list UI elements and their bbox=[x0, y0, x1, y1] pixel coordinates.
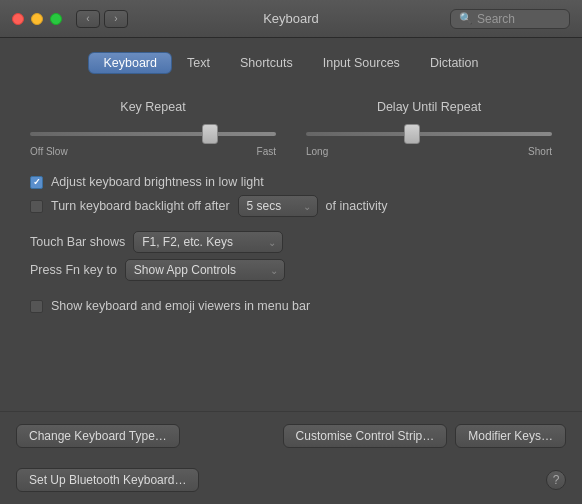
touch-bar-value: F1, F2, etc. Keys bbox=[142, 235, 264, 249]
nav-buttons: ‹ › bbox=[76, 10, 128, 28]
key-repeat-section: Key Repeat Off Slow Fast bbox=[30, 100, 276, 157]
touch-bar-dropdown[interactable]: F1, F2, etc. Keys ⌄ bbox=[133, 231, 283, 253]
delay-repeat-label: Delay Until Repeat bbox=[377, 100, 481, 114]
change-keyboard-button[interactable]: Change Keyboard Type… bbox=[16, 424, 180, 448]
tabs-container: Keyboard Text Shortcuts Input Sources Di… bbox=[0, 38, 582, 84]
key-repeat-track bbox=[30, 132, 276, 136]
tab-shortcuts[interactable]: Shortcuts bbox=[225, 52, 308, 74]
backlight-checkbox[interactable] bbox=[30, 200, 43, 213]
search-placeholder: Search bbox=[477, 12, 515, 26]
delay-short-label: Short bbox=[528, 146, 552, 157]
key-repeat-labels: Off Slow Fast bbox=[30, 146, 276, 157]
backlight-suffix: of inactivity bbox=[326, 199, 388, 213]
tab-text[interactable]: Text bbox=[172, 52, 225, 74]
help-button[interactable]: ? bbox=[546, 470, 566, 490]
title-bar: ‹ › Keyboard 🔍 Search bbox=[0, 0, 582, 38]
key-repeat-label: Key Repeat bbox=[120, 100, 185, 114]
delay-long-label: Long bbox=[306, 146, 328, 157]
main-content: Keyboard Text Shortcuts Input Sources Di… bbox=[0, 38, 582, 504]
key-repeat-thumb[interactable] bbox=[202, 124, 218, 144]
emoji-row: Show keyboard and emoji viewers in menu … bbox=[30, 299, 552, 313]
minimize-button[interactable] bbox=[31, 13, 43, 25]
brightness-row: ✓ Adjust keyboard brightness in low ligh… bbox=[30, 175, 552, 189]
delay-repeat-track bbox=[306, 132, 552, 136]
emoji-label: Show keyboard and emoji viewers in menu … bbox=[51, 299, 310, 313]
backlight-dropdown[interactable]: 5 secs ⌄ bbox=[238, 195, 318, 217]
checkbox-check-icon: ✓ bbox=[33, 177, 41, 187]
search-box[interactable]: 🔍 Search bbox=[450, 9, 570, 29]
close-button[interactable] bbox=[12, 13, 24, 25]
delay-repeat-slider[interactable] bbox=[306, 124, 552, 144]
maximize-button[interactable] bbox=[50, 13, 62, 25]
fn-key-value: Show App Controls bbox=[134, 263, 266, 277]
traffic-lights bbox=[12, 13, 62, 25]
brightness-checkbox[interactable]: ✓ bbox=[30, 176, 43, 189]
touch-bar-row: Touch Bar shows F1, F2, etc. Keys ⌄ bbox=[30, 231, 552, 253]
fn-key-dropdown-arrow: ⌄ bbox=[270, 265, 278, 276]
key-repeat-fast-label: Fast bbox=[257, 146, 276, 157]
fn-key-label: Press Fn key to bbox=[30, 263, 117, 277]
touch-bar-dropdown-arrow: ⌄ bbox=[268, 237, 276, 248]
fn-key-row: Press Fn key to Show App Controls ⌄ bbox=[30, 259, 552, 281]
tab-input-sources[interactable]: Input Sources bbox=[308, 52, 415, 74]
emoji-checkbox[interactable] bbox=[30, 300, 43, 313]
backlight-dropdown-arrow: ⌄ bbox=[303, 201, 311, 212]
backlight-dropdown-value: 5 secs bbox=[247, 199, 299, 213]
key-repeat-slider[interactable] bbox=[30, 124, 276, 144]
content-area: Key Repeat Off Slow Fast Delay Until Rep… bbox=[0, 84, 582, 411]
forward-button[interactable]: › bbox=[104, 10, 128, 28]
sliders-row: Key Repeat Off Slow Fast Delay Until Rep… bbox=[30, 100, 552, 157]
brightness-label: Adjust keyboard brightness in low light bbox=[51, 175, 264, 189]
delay-repeat-thumb[interactable] bbox=[404, 124, 420, 144]
backlight-row: Turn keyboard backlight off after 5 secs… bbox=[30, 195, 552, 217]
window-title: Keyboard bbox=[263, 11, 319, 26]
search-icon: 🔍 bbox=[459, 12, 473, 25]
delay-repeat-labels: Long Short bbox=[306, 146, 552, 157]
bottom-row: Change Keyboard Type… Customise Control … bbox=[0, 411, 582, 460]
last-btn-row: Set Up Bluetooth Keyboard… ? bbox=[0, 460, 582, 504]
customise-strip-button[interactable]: Customise Control Strip… bbox=[283, 424, 448, 448]
key-repeat-off-label: Off Slow bbox=[30, 146, 68, 157]
back-button[interactable]: ‹ bbox=[76, 10, 100, 28]
tab-dictation[interactable]: Dictation bbox=[415, 52, 494, 74]
backlight-label: Turn keyboard backlight off after bbox=[51, 199, 230, 213]
tab-keyboard[interactable]: Keyboard bbox=[88, 52, 172, 74]
delay-repeat-section: Delay Until Repeat Long Short bbox=[306, 100, 552, 157]
modifier-keys-button[interactable]: Modifier Keys… bbox=[455, 424, 566, 448]
bluetooth-keyboard-button[interactable]: Set Up Bluetooth Keyboard… bbox=[16, 468, 199, 492]
touch-bar-label: Touch Bar shows bbox=[30, 235, 125, 249]
fn-key-dropdown[interactable]: Show App Controls ⌄ bbox=[125, 259, 285, 281]
